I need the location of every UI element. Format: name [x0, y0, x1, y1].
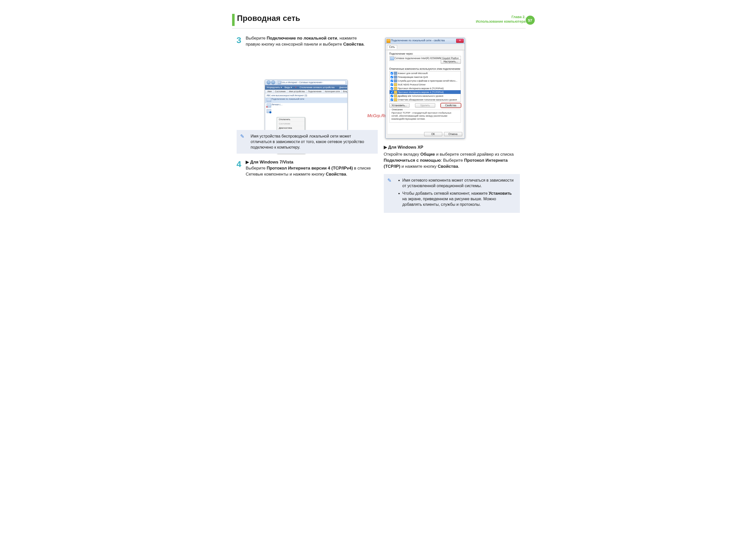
connection-lan[interactable]: Подключение по локальной сети	[265, 97, 347, 103]
tab-network[interactable]: Сеть	[387, 45, 397, 49]
note-bullet-1: Имя сетевого компонента может отличаться…	[402, 177, 515, 189]
lan-disabled-icon	[267, 103, 271, 108]
component-icon	[394, 98, 397, 101]
dialog-buttons: OK Отмена	[423, 132, 462, 136]
step-number-4: 4	[237, 159, 245, 169]
col-owner[interactable]: Владе	[342, 90, 347, 93]
remove-button: Удалить	[415, 103, 435, 108]
comp-checkbox[interactable]	[391, 83, 393, 86]
chapter-label: Глава 2. Использование компьютера	[476, 14, 526, 24]
t: .	[364, 42, 365, 47]
t: и выберите сетевой драйвер из списка	[435, 152, 514, 157]
note-bullet-2: Чтобы добавить сетевой компонент, нажмит…	[402, 191, 515, 207]
step-4-text: ▶ Для Windows 7/Vista Выберите Протокол …	[246, 159, 372, 177]
toolbar-disable-device[interactable]: ✕ Отключение сетевого устройства	[295, 86, 337, 89]
dialog-titlebar: Подключение по локальной сети - свойства…	[386, 38, 465, 44]
header-accent	[232, 14, 235, 26]
step-number-3: 3	[237, 35, 245, 45]
col-connection[interactable]: Подключение	[307, 90, 323, 93]
nav-buttons: ‹›	[267, 80, 276, 84]
note-box-components: ✎ Имя сетевого компонента может отличать…	[384, 174, 520, 213]
b: Подключение по локальной сети	[267, 36, 337, 40]
install-button[interactable]: Установить...	[389, 103, 410, 108]
component-icon	[394, 94, 397, 97]
comp-file-print[interactable]: Служба доступа к файлам и принтерам сете…	[390, 79, 461, 83]
dialog-pane: Подключение через: Сетевое подключение I…	[387, 50, 463, 134]
comp-ipv6[interactable]: Протокол Интернета версии 6 (TCP/IPv6)	[390, 86, 461, 90]
t: Выберите	[246, 166, 267, 171]
xp-text: Откройте вкладку Общие и выберите сетево…	[384, 151, 520, 170]
t: .	[458, 164, 459, 169]
comp-qos[interactable]: Планировщик пакетов QoS	[390, 75, 461, 79]
chapter-line-1: Глава 2.	[476, 14, 526, 19]
chapter-line-2: Использование компьютера	[476, 19, 526, 24]
toolbar-organize[interactable]: Упорядочить ▾	[267, 86, 282, 89]
t: : Выберите	[441, 158, 464, 163]
connection-bluetooth[interactable]	[265, 109, 347, 114]
ctx-diagnose[interactable]: Диагностика	[277, 126, 305, 130]
component-icon	[394, 76, 397, 79]
note-icon: ✎	[240, 134, 244, 139]
comp-ipv4[interactable]: Протокол Интернета версии 4 (TCP/IPv4)	[390, 90, 461, 94]
windows-xp-section: ▶ Для Windows XP Откройте вкладку Общие …	[384, 145, 520, 170]
toolbar-diagnose[interactable]: Диагностика по…	[339, 86, 347, 89]
t: и нажмите кнопку	[400, 164, 438, 169]
bluetooth-icon	[267, 109, 271, 113]
comp-checkbox[interactable]	[391, 95, 393, 97]
ctx-disable[interactable]: Отключить	[277, 118, 305, 122]
page-number-badge: 57	[526, 15, 535, 25]
t: на экране, приведенном на рисунке выше. …	[402, 197, 496, 206]
col-name[interactable]: Имя	[266, 90, 274, 93]
screenshot-lan-properties: Подключение по локальной сети - свойства…	[384, 35, 520, 141]
step-3-text: Выберите Подключение по локальной сети, …	[246, 35, 372, 47]
components-list[interactable]: Клиент для сетей Microsoft Планировщик п…	[389, 71, 461, 102]
connect-via-label: Подключение через:	[389, 52, 461, 55]
comp-client-ms[interactable]: Клиент для сетей Microsoft	[390, 71, 461, 75]
comp-checkbox[interactable]	[391, 72, 393, 74]
b: Свойства	[326, 172, 346, 176]
comp-checkbox[interactable]	[391, 98, 393, 101]
comp-lltd-responder[interactable]: Ответчик обнаружения топологии канальног…	[390, 98, 461, 101]
dialog-tabs: Сеть	[386, 44, 465, 50]
components-label: Отмеченные компоненты используются этим …	[389, 67, 461, 70]
page-title: Проводная сеть	[237, 14, 300, 23]
t: Откройте вкладку	[384, 152, 420, 157]
group-header: ЛВС или высокоскоростной Интернет (3)	[265, 93, 347, 97]
comp-checkbox[interactable]	[391, 87, 393, 90]
component-icon	[394, 72, 397, 75]
nav-back-icon[interactable]: ‹	[267, 80, 271, 84]
nav-forward-icon[interactable]: ›	[271, 80, 275, 84]
note-box-device-name: ✎ Имя устройства беспроводной локальной …	[237, 130, 378, 154]
step-3: 3 Выберите Подключение по локальной сети…	[237, 35, 378, 47]
comp-checkbox[interactable]	[391, 76, 393, 78]
component-icon	[394, 83, 397, 86]
screenshot-network-connections: ‹› Сеть и Интернет › Сетевые подключения…	[237, 50, 378, 125]
b: Установить	[489, 191, 512, 196]
b: Общие	[420, 152, 435, 157]
window-titlebar: ‹› Сеть и Интернет › Сетевые подключения…	[265, 80, 347, 85]
description-text: Протокол TCP/IP - стандартный протокол г…	[392, 111, 459, 120]
close-button[interactable]: ✕	[456, 39, 464, 43]
properties-dialog: Подключение по локальной сети - свойства…	[385, 38, 465, 139]
connection-disabled-1[interactable]: Личная с…	[265, 103, 347, 109]
col-state[interactable]: Состояние	[273, 90, 287, 93]
configure-button[interactable]: Настроить...	[441, 60, 461, 64]
comp-lltd-io[interactable]: Драйвер в/в тополога канального уровня	[390, 94, 461, 98]
properties-button[interactable]: Свойства	[441, 103, 461, 108]
col-category[interactable]: Категория сети	[323, 90, 341, 93]
ctx-status: Состояние	[277, 122, 305, 126]
dialog-title-icon	[387, 39, 391, 43]
cancel-button[interactable]: Отмена	[444, 132, 462, 136]
col-device[interactable]: Имя устройства	[287, 90, 307, 93]
description-legend: Описание	[391, 108, 404, 111]
comp-checkbox[interactable]	[391, 91, 393, 93]
component-icon	[394, 91, 397, 94]
toolbar-views[interactable]: Виды ▾	[284, 86, 292, 89]
component-buttons-row: Установить... Удалить Свойства	[389, 103, 461, 108]
comp-sue-ndis[interactable]: SUE NDIS Protocol Driver	[390, 83, 461, 86]
breadcrumb[interactable]: Сеть и Интернет › Сетевые подключения ›	[277, 81, 346, 84]
ok-button[interactable]: OK	[424, 132, 442, 136]
description-frame: Описание Протокол TCP/IP - стандартный п…	[389, 110, 461, 123]
dialog-title: Подключение по локальной сети - свойства	[391, 39, 445, 42]
comp-checkbox[interactable]	[391, 80, 393, 82]
